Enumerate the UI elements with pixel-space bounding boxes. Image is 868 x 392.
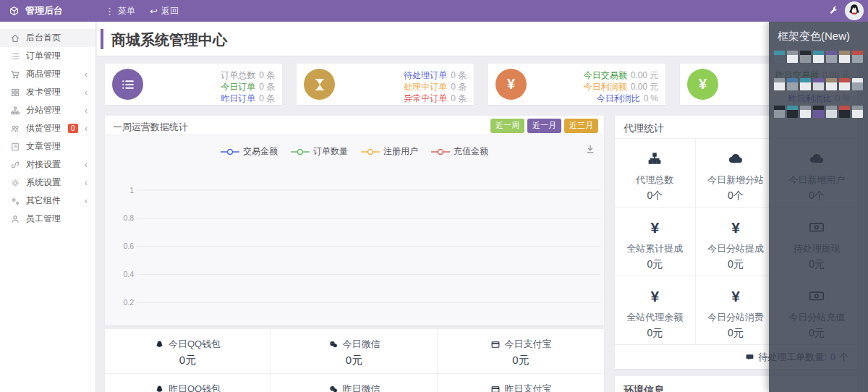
stat-card-orders: 订单总数0条 今日订单0条 昨日订单0条 <box>105 64 282 105</box>
payment-cell-yesterday-wechat: 昨日微信 <box>271 374 438 392</box>
payment-cell-today-qq: 今日QQ钱包 0元 <box>105 329 271 374</box>
theme-swatch[interactable] <box>774 51 785 63</box>
legend-item: 充值金额 <box>431 145 488 158</box>
theme-swatch[interactable] <box>852 78 863 90</box>
gear-icon <box>9 178 20 188</box>
stat-label: 今日利润比 <box>597 93 640 103</box>
stat-value: 0 <box>644 93 649 103</box>
stat-label: 订单总数 <box>221 70 255 80</box>
theme-swatch[interactable] <box>774 106 785 118</box>
theme-swatch[interactable] <box>826 51 837 63</box>
stat-label: 今日利润额 <box>584 82 627 92</box>
sidebar-item-cards[interactable]: 发卡管理 ‹ <box>0 83 95 101</box>
range-quarter-button[interactable]: 近三月 <box>564 119 598 133</box>
theme-swatch[interactable] <box>787 78 798 90</box>
card-icon <box>490 385 501 392</box>
link-icon <box>9 160 20 170</box>
theme-swatch[interactable] <box>787 106 798 118</box>
sidebar-item-components[interactable]: 其它组件 ‹ <box>0 192 95 210</box>
range-month-button[interactable]: 近一月 <box>527 119 561 133</box>
download-icon[interactable] <box>585 144 595 154</box>
svg-text:0.8: 0.8 <box>123 213 134 222</box>
yen-icon: ¥ <box>696 219 776 235</box>
theme-swatch[interactable] <box>800 106 811 118</box>
sitemap-icon <box>9 106 20 116</box>
agent-panel-title: 代理统计 <box>624 122 664 135</box>
menu-button[interactable]: ⋮ 菜单 <box>105 5 135 17</box>
stat-label: 昨日订单 <box>221 93 255 103</box>
theme-swatch[interactable] <box>813 51 824 63</box>
range-week-button[interactable]: 近一周 <box>490 119 524 133</box>
page-title: 商城系统管理中心 <box>111 30 227 50</box>
agent-cell-total: 代理总数 0个 <box>615 139 696 208</box>
theme-swatch[interactable] <box>787 51 798 63</box>
theme-swatch[interactable] <box>813 78 824 90</box>
theme-swatch[interactable] <box>852 106 863 118</box>
theme-swatch[interactable] <box>774 78 785 90</box>
qq-icon <box>155 385 164 392</box>
cart-icon <box>9 69 20 80</box>
theme-swatch[interactable] <box>826 78 837 90</box>
stat-label: 今日交易额 <box>584 70 627 80</box>
back-button[interactable]: ↩ 返回 <box>150 5 179 17</box>
theme-swatch[interactable] <box>839 51 850 63</box>
chevron-left-icon: ‹ <box>85 69 88 79</box>
cube-icon <box>9 6 20 17</box>
grid-icon <box>9 88 20 98</box>
theme-swatch[interactable] <box>839 106 850 118</box>
payment-cell-yesterday-alipay: 昨日支付宝 <box>438 374 604 392</box>
qq-icon <box>155 340 164 349</box>
agent-cell-agent-balance: ¥ 全站代理余额 0元 <box>615 276 696 345</box>
sidebar-item-staff[interactable]: 员工管理 <box>0 210 95 228</box>
app-logo: 管理后台 <box>9 0 63 22</box>
line-chart: 00.20.40.60.8108-0308-0408-0508-0608-070… <box>105 176 604 325</box>
stat-card-today-money: ¥ 今日交易额0.00元 今日利润额0.00元 今日利润比0% <box>488 64 665 105</box>
sidebar-item-integration[interactable]: 对接设置 ‹ <box>0 155 95 174</box>
stat-label: 异常中订单 <box>404 93 447 103</box>
sidebar-item-system-settings[interactable]: 系统设置 ‹ <box>0 174 95 192</box>
theme-swatch[interactable] <box>826 106 837 118</box>
yen-icon: ¥ <box>615 288 695 304</box>
legend-item: 订单数量 <box>291 145 348 158</box>
stat-value: 0 <box>259 82 264 92</box>
sidebar-item-suppliers[interactable]: 供货管理 0 ‹ <box>0 119 95 137</box>
stat-label: 待处理订单 <box>404 70 447 80</box>
theme-swatch[interactable] <box>839 78 850 90</box>
user-icon <box>9 214 20 224</box>
home-icon <box>9 33 20 43</box>
agent-cell-new-substations: 今日新增分站 0个 <box>696 139 777 208</box>
stat-value: 0 <box>259 70 264 80</box>
theme-swatch[interactable] <box>813 106 824 118</box>
theme-swatch[interactable] <box>852 51 863 63</box>
sidebar-item-orders[interactable]: 订单管理 <box>0 47 95 65</box>
sitemap-icon <box>615 150 695 166</box>
sidebar: 后台首页 订单管理 商品管理 ‹ 发卡管理 ‹ 分站管理 ‹ 供货管理 0 ‹ … <box>0 22 96 392</box>
chart-legend: 交易金额 订单数量 注册用户 充值金额 <box>105 145 604 158</box>
sidebar-item-products[interactable]: 商品管理 ‹ <box>0 65 95 83</box>
payment-cell-yesterday-qq: 昨日QQ钱包 <box>105 374 271 392</box>
stat-value: 0 <box>451 93 456 103</box>
sidebar-item-articles[interactable]: 文章管理 <box>0 137 95 155</box>
agent-cell-substation-spend: ¥ 今日分站消费 0元 <box>696 276 777 345</box>
stat-value: 0 <box>451 82 456 92</box>
chevron-left-icon: ‹ <box>85 106 88 115</box>
wechat-icon <box>328 385 339 392</box>
sidebar-item-home[interactable]: 后台首页 <box>0 29 95 47</box>
legend-item: 注册用户 <box>361 145 418 158</box>
stat-value: 0 <box>259 93 264 103</box>
agent-cell-total-commission: ¥ 全站累计提成 0元 <box>615 208 696 276</box>
legend-item: 交易金额 <box>221 145 278 158</box>
sidebar-item-substations[interactable]: 分站管理 ‹ <box>0 101 95 119</box>
theme-swatches <box>774 51 863 133</box>
settings-wrench-button[interactable] <box>825 0 843 22</box>
stat-label: 处理中订单 <box>404 82 447 92</box>
svg-text:0.2: 0.2 <box>123 298 134 307</box>
wrench-icon <box>829 6 839 16</box>
weekly-stats-panel: 一周运营数据统计 近一周 近一月 近三月 交易金额 订单数量 注册用户 充值金额 <box>105 116 604 325</box>
ellipsis-icon: ⋮ <box>105 6 114 17</box>
theme-swatch[interactable] <box>800 51 811 63</box>
theme-swatch[interactable] <box>800 78 811 90</box>
stat-value: 0 <box>451 70 456 80</box>
app-title: 管理后台 <box>25 4 63 17</box>
user-avatar[interactable] <box>845 1 864 20</box>
